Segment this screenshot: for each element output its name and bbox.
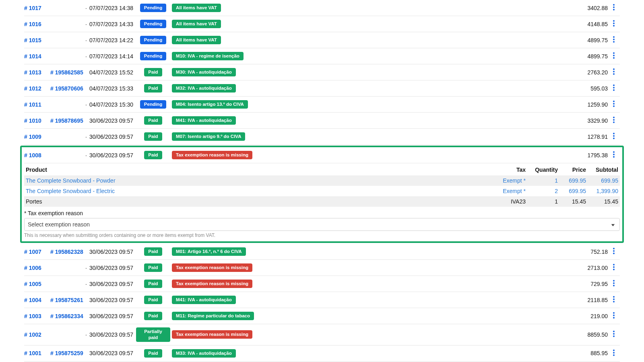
item-qty: 1 (527, 175, 559, 186)
kebab-menu-icon[interactable] (610, 19, 617, 27)
order-date: 07/07/2023 14:38 (88, 5, 136, 11)
order-date: 30/06/2023 09:57 (88, 297, 136, 303)
order-row[interactable]: # 1004# 19587526130/06/2023 09:57PaidM41… (24, 292, 620, 308)
order-amount: 1795.38 (572, 152, 608, 158)
order-id-link[interactable]: # 1015 (24, 37, 41, 43)
order-row[interactable]: # 1012# 19587060604/07/2023 15:33PaidM32… (24, 80, 620, 97)
kebab-menu-icon[interactable] (610, 3, 617, 11)
order-id-link[interactable]: # 1003 (24, 313, 41, 319)
order-id-link[interactable]: # 1001 (24, 350, 41, 356)
separator: · (85, 37, 88, 43)
tax-tag-badge: M33: IVA - autoliquidação (172, 349, 236, 358)
order-amount: 4148.85 (572, 21, 608, 27)
status-badge: Partially paid (136, 327, 170, 342)
tax-tag-badge: M30: IVA - autoliquidação (172, 68, 236, 76)
order-id-link[interactable]: # 1007 (24, 249, 41, 255)
order-row[interactable]: # 1011·04/07/2023 15:30PendingM04: Isent… (24, 97, 620, 113)
order-ref-link[interactable]: # 195878695 (50, 117, 83, 124)
separator: · (85, 281, 88, 287)
order-id-link[interactable]: # 1006 (24, 265, 41, 271)
tax-exemption-select[interactable]: Select exemption reason (24, 218, 620, 231)
tax-tag-badge: M32: IVA - autoliquidação (172, 84, 236, 93)
order-ref-link[interactable]: # 195870606 (50, 85, 83, 92)
order-id-link[interactable]: # 1013 (24, 69, 41, 76)
order-ref-link[interactable]: # 195862328 (50, 249, 83, 255)
order-ref-link[interactable]: # 195862585 (50, 69, 83, 76)
order-row[interactable]: # 1015·07/07/2023 14:22PendingAll items … (24, 32, 620, 48)
order-id-link[interactable]: # 1002 (24, 331, 41, 338)
order-ref-link[interactable]: # 195862334 (50, 313, 83, 319)
order-row[interactable]: # 1003# 19586233430/06/2023 09:57PaidM11… (24, 308, 620, 324)
separator: · (85, 5, 88, 11)
kebab-menu-icon[interactable] (610, 330, 617, 338)
kebab-menu-icon[interactable] (610, 311, 617, 319)
status-badge: Paid (144, 280, 162, 288)
kebab-menu-icon[interactable] (610, 349, 617, 357)
order-row[interactable]: # 1009·30/06/2023 09:57PaidM07: Isento a… (24, 129, 620, 145)
order-ref-link[interactable]: # 195875261 (50, 297, 83, 303)
order-id-link[interactable]: # 1008 (24, 152, 41, 158)
order-amount: 2118.85 (572, 297, 608, 303)
status-badge: Paid (144, 151, 162, 159)
order-id-link[interactable]: # 1010 (24, 117, 41, 124)
kebab-menu-icon[interactable] (610, 295, 617, 303)
tax-tag-badge: M07: Isento artigo 9.º do CIVA (172, 132, 245, 141)
order-id-link[interactable]: # 1014 (24, 53, 41, 60)
tax-tag-badge: Tax exemption reason is missing (172, 280, 252, 288)
separator: · (85, 331, 88, 338)
order-row[interactable]: # 1002·30/06/2023 09:57Partially paidTax… (24, 324, 620, 346)
order-row[interactable]: # 1013# 19586258504/07/2023 15:52PaidM30… (24, 64, 620, 80)
kebab-menu-icon[interactable] (610, 35, 617, 43)
kebab-menu-icon[interactable] (610, 132, 617, 140)
item-qty: 1 (527, 196, 559, 207)
order-amount: 2763.20 (572, 69, 608, 76)
status-badge: Paid (144, 132, 162, 141)
separator: · (85, 134, 88, 140)
order-ref-link[interactable]: # 195875259 (50, 350, 83, 356)
order-id-link[interactable]: # 1016 (24, 21, 41, 27)
item-subtotal: 15.45 (588, 196, 620, 207)
order-date: 07/07/2023 14:14 (88, 53, 136, 60)
tax-tag-badge: M01: Artigo 16.º, n.º 6 do CIVA (172, 247, 246, 256)
order-row[interactable]: # 1001# 19587525930/06/2023 09:57PaidM33… (24, 346, 620, 362)
separator: · (85, 101, 88, 108)
expanded-order-panel: # 1008·30/06/2023 09:57PaidTax exemption… (20, 146, 624, 243)
order-item-row: The Complete Snowboard - PowderExempt *1… (24, 175, 620, 186)
kebab-menu-icon[interactable] (610, 263, 617, 271)
item-product[interactable]: The Complete Snowboard - Electric (24, 186, 491, 196)
order-row[interactable]: # 1016·07/07/2023 14:33PendingAll items … (24, 16, 620, 32)
order-date: 30/06/2023 09:57 (88, 313, 136, 319)
status-badge: Pending (140, 100, 166, 109)
order-row[interactable]: # 1007# 19586232830/06/2023 09:57PaidM01… (24, 244, 620, 260)
order-id-link[interactable]: # 1004 (24, 297, 41, 303)
order-id-link[interactable]: # 1005 (24, 281, 41, 287)
order-row[interactable]: # 1008·30/06/2023 09:57PaidTax exemption… (24, 147, 620, 163)
order-id-link[interactable]: # 1012 (24, 85, 41, 92)
status-badge: Paid (144, 349, 162, 358)
item-tax: IVA23 (491, 196, 527, 207)
order-row[interactable]: # 1005·30/06/2023 09:57PaidTax exemption… (24, 276, 620, 292)
separator: · (85, 21, 88, 27)
order-item-row: PortesIVA23115.4515.45 (24, 196, 620, 207)
separator: · (85, 53, 88, 60)
kebab-menu-icon[interactable] (610, 247, 617, 255)
kebab-menu-icon[interactable] (610, 84, 617, 92)
kebab-menu-icon[interactable] (610, 279, 617, 287)
order-id-link[interactable]: # 1017 (24, 5, 41, 11)
col-qty: Quantity (527, 164, 559, 175)
kebab-menu-icon[interactable] (610, 150, 617, 158)
order-id-link[interactable]: # 1011 (24, 101, 41, 108)
order-date: 30/06/2023 09:57 (88, 117, 136, 124)
order-id-link[interactable]: # 1009 (24, 134, 41, 140)
order-row[interactable]: # 1017·07/07/2023 14:38PendingAll items … (24, 0, 620, 16)
kebab-menu-icon[interactable] (610, 68, 617, 76)
order-row[interactable]: # 1014·07/07/2023 14:14PendingM10: IVA -… (24, 48, 620, 64)
order-row[interactable]: # 1010# 19587869530/06/2023 09:57PaidM41… (24, 113, 620, 129)
kebab-menu-icon[interactable] (610, 51, 617, 60)
order-row[interactable]: # 1006·30/06/2023 09:57PaidTax exemption… (24, 260, 620, 276)
kebab-menu-icon[interactable] (610, 116, 617, 124)
kebab-menu-icon[interactable] (610, 100, 617, 108)
tax-tag-badge: Tax exemption reason is missing (172, 151, 252, 159)
col-subtotal: Subtotal (588, 164, 620, 175)
item-product[interactable]: The Complete Snowboard - Powder (24, 175, 491, 186)
